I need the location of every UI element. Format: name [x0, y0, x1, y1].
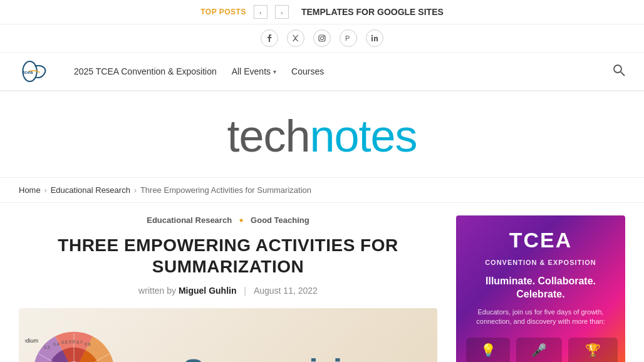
all-events-chevron: ▾ — [273, 68, 276, 75]
pinterest-icon[interactable]: P — [340, 29, 357, 47]
facebook-icon[interactable] — [261, 29, 278, 47]
prev-post-arrow[interactable]: ‹ — [254, 5, 267, 19]
svg-rect-0 — [319, 35, 325, 41]
svg-line-9 — [621, 72, 625, 76]
breadcrumb-home[interactable]: Home — [19, 185, 41, 195]
breadcrumb-sep-1: › — [44, 186, 47, 195]
ad-tagline: Illuminate. Collaborate. Celebrate. — [466, 275, 615, 301]
summarizing-wheel: Medium Low Teacher effects 0.3 0.4 0.5 0… — [25, 314, 125, 362]
svg-text:P: P — [345, 34, 350, 42]
technotes-header: technotes — [0, 91, 644, 178]
category-good-teaching[interactable]: Good Teaching — [251, 215, 309, 225]
svg-point-5 — [371, 35, 373, 36]
breadcrumb-sep-2: › — [134, 186, 137, 195]
svg-text:0.6: 0.6 — [69, 339, 75, 344]
svg-text:0.3: 0.3 — [44, 345, 50, 349]
article-featured-image: Medium Low Teacher effects 0.3 0.4 0.5 0… — [19, 308, 437, 362]
nav-all-events[interactable]: All Events ▾ — [232, 66, 276, 76]
logo[interactable]: tcea — [19, 59, 49, 84]
article-meta: written by Miguel Guhlin | August 11, 20… — [19, 286, 437, 296]
category-dot: ◆ — [239, 217, 243, 223]
top-posts-content: TEMPLATES FOR GOOGLE SITES — [301, 7, 444, 17]
svg-point-8 — [614, 65, 621, 73]
svg-text:0.5: 0.5 — [61, 340, 68, 344]
svg-text:0.7: 0.7 — [76, 340, 83, 344]
summarizing-text: Summarizing — [182, 352, 380, 362]
ad-stats: 💡 700 SESSIONS 🎤 500 SPEAKERS 🏆 450 EXHI… — [466, 338, 615, 362]
twitter-x-icon[interactable] — [287, 29, 304, 47]
sessions-icon: 💡 — [480, 343, 496, 358]
svg-point-2 — [323, 36, 325, 37]
svg-text:0.8: 0.8 — [85, 342, 91, 346]
summarizing-text-area: Summarizing — [125, 352, 437, 362]
social-bar: P — [0, 24, 644, 53]
technotes-title: technotes — [13, 110, 631, 162]
svg-text:tcea: tcea — [23, 70, 33, 75]
ad-description: Educators, join us for five days of grow… — [466, 308, 615, 327]
sidebar: TCEA CONVENTION & EXPOSITION Illuminate.… — [456, 215, 625, 362]
tech-text: tech — [227, 111, 309, 161]
top-bar: TOP POSTS ‹ › TEMPLATES FOR GOOGLE SITES — [0, 0, 644, 24]
article-author[interactable]: Miguel Guhlin — [179, 286, 237, 296]
sidebar-ad[interactable]: TCEA CONVENTION & EXPOSITION Illuminate.… — [456, 215, 625, 362]
tcea-logo-icon: tcea — [19, 59, 49, 84]
svg-text:0.4: 0.4 — [53, 342, 60, 346]
svg-point-1 — [321, 37, 324, 40]
search-icon[interactable] — [613, 64, 625, 80]
instagram-icon[interactable] — [313, 29, 331, 47]
svg-text:Medium: Medium — [25, 338, 38, 344]
ad-stat-sessions: 💡 700 SESSIONS — [466, 338, 510, 362]
meta-separator: | — [244, 286, 249, 296]
article-area: Educational Research ◆ Good Teaching THR… — [19, 215, 437, 362]
nav-links: 2025 TCEA Convention & Exposition All Ev… — [74, 66, 324, 76]
breadcrumb-current: Three Empowering Activities for Summariz… — [140, 185, 311, 195]
nav-convention[interactable]: 2025 TCEA Convention & Exposition — [74, 66, 217, 76]
breadcrumb-category[interactable]: Educational Research — [51, 185, 130, 195]
ad-brand: TCEA — [509, 228, 573, 252]
nav-courses[interactable]: Courses — [291, 66, 324, 76]
article-title: THREE EMPOWERING ACTIVITIES FOR SUMMARIZ… — [19, 235, 437, 277]
svg-rect-4 — [371, 37, 373, 41]
article-categories: Educational Research ◆ Good Teaching — [19, 215, 437, 225]
breadcrumb: Home › Educational Research › Three Empo… — [0, 178, 644, 203]
article-date: August 11, 2022 — [254, 286, 318, 296]
speakers-icon: 🎤 — [531, 343, 547, 358]
exhibitors-icon: 🏆 — [585, 343, 601, 358]
linkedin-icon[interactable] — [366, 29, 383, 47]
main-layout: Educational Research ◆ Good Teaching THR… — [0, 203, 644, 362]
ad-stat-speakers: 🎤 500 SPEAKERS — [516, 338, 562, 362]
nav-bar: tcea 2025 TCEA Convention & Exposition A… — [0, 53, 644, 91]
ad-stat-exhibitors: 🏆 450 EXHIBITORS — [568, 338, 618, 362]
top-posts-label: TOP POSTS — [200, 8, 246, 16]
category-educational-research[interactable]: Educational Research — [147, 215, 232, 225]
notes-text: notes — [309, 111, 417, 161]
next-post-arrow[interactable]: › — [275, 5, 289, 19]
ad-subtitle: CONVENTION & EXPOSITION — [485, 259, 596, 266]
